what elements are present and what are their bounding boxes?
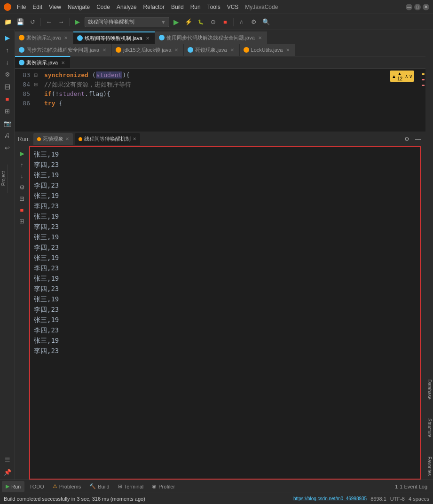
toolbar-debug-btn2[interactable]: 🐛	[196, 17, 206, 27]
right-label-database[interactable]: Database	[427, 379, 432, 400]
menu-edit[interactable]: Edit	[30, 3, 45, 11]
tab-close-anli-single[interactable]: ✕	[60, 59, 66, 66]
toolbar-coverage-btn[interactable]: ⊙	[208, 17, 218, 27]
run-tab-close-deadlock[interactable]: ✕	[65, 136, 69, 142]
menu-tools[interactable]: Tools	[205, 3, 223, 11]
tab-close-lockutils[interactable]: ✕	[284, 47, 291, 53]
sidebar-grid-icon[interactable]: ⊞	[2, 105, 13, 117]
line-num-84: 84	[15, 80, 30, 89]
bottom-tab-problems[interactable]: ⚠ Problems	[49, 481, 85, 492]
tab-tongbu[interactable]: 同步方法解决线程安全问题.java ✕	[15, 44, 112, 56]
run-up-btn[interactable]: ↑	[17, 159, 27, 170]
sidebar-collapse-icon[interactable]: ⊟	[2, 81, 13, 92]
toolbar-git-btn[interactable]: ⑃	[236, 17, 247, 27]
toolbar-step-btn[interactable]: ⚡	[183, 17, 194, 27]
menu-project[interactable]: MyJavaCode	[242, 3, 281, 11]
run-tab-deadlock[interactable]: 死锁现象 ✕	[33, 133, 73, 145]
sidebar-print-icon[interactable]: 🖨	[2, 130, 13, 141]
toolbar-run-arrow[interactable]: ▶	[72, 17, 83, 27]
bottom-tab-todo[interactable]: TODO	[25, 481, 48, 492]
bottom-tab-terminal[interactable]: ⊞ Terminal	[114, 481, 148, 492]
run-tab-play-icon: ▶	[6, 483, 9, 489]
menu-file[interactable]: File	[14, 3, 29, 11]
code-editor[interactable]: synchronized (student){ //如果没有资源，进如程序等待 …	[40, 69, 390, 132]
sidebar-back-icon[interactable]: ↩	[2, 142, 13, 153]
maximize-button[interactable]: □	[414, 4, 421, 10]
menu-build[interactable]: Build	[168, 3, 187, 11]
tab-label-jdk15: jdk15之后lock锁.java	[123, 47, 171, 54]
run-stop-btn[interactable]: ■	[17, 205, 27, 215]
status-encoding[interactable]: UTF-8	[390, 496, 405, 502]
tab-close-xiancheng[interactable]: ✕	[144, 35, 151, 41]
status-message: Build completed successfully in 3 sec, 3…	[4, 496, 291, 502]
bottom-tab-run[interactable]: ▶ Run	[2, 481, 24, 492]
run-tab-close-xiancheng[interactable]: ✕	[133, 136, 136, 142]
fold-85[interactable]: ⊟	[34, 80, 40, 89]
sidebar-stop-icon[interactable]: ■	[2, 93, 13, 104]
menu-analyze[interactable]: Analyze	[114, 3, 140, 11]
bottom-tab-build[interactable]: 🔨 Build	[86, 481, 113, 492]
menu-refactor[interactable]: Refactor	[141, 3, 167, 11]
menu-view[interactable]: View	[46, 3, 64, 11]
output-scrollbar[interactable]	[421, 146, 425, 480]
editor-right-scrollbar[interactable]	[418, 69, 425, 132]
tab-lockutils[interactable]: LockUtils.java ✕	[240, 44, 296, 56]
tab-close-anli2[interactable]: ✕	[63, 34, 69, 41]
menu-vcs[interactable]: VCS	[224, 3, 242, 11]
tab-label-deadlock: 死锁现象.java	[195, 47, 227, 54]
run-minimize-btn[interactable]: —	[413, 134, 423, 144]
tab-deadlock[interactable]: 死锁现象.java ✕	[184, 44, 239, 56]
sidebar-camera-icon[interactable]: 📷	[2, 118, 13, 129]
bottom-tab-profiler[interactable]: ◉ Profiler	[148, 481, 179, 492]
sidebar-settings-icon[interactable]: ⚙	[2, 69, 13, 80]
tab-jdk15[interactable]: jdk15之后lock锁.java ✕	[112, 44, 184, 56]
menu-navigate[interactable]: Navigate	[65, 3, 93, 11]
right-label-structure[interactable]: Structure	[427, 418, 432, 438]
project-panel-toggle[interactable]: Project	[0, 165, 8, 193]
output-line-18: 张三,19	[34, 335, 416, 346]
tab-xiancheng[interactable]: 线程间等待唤醒机制.java ✕	[73, 32, 155, 44]
sidebar-down-icon[interactable]: ↓	[2, 56, 13, 68]
sidebar-menu-icon[interactable]: ☰	[2, 454, 13, 465]
bottom-tab-eventlog[interactable]: 1 1 Event Log	[391, 481, 431, 492]
tab-shiyong[interactable]: 使用同步代码块解决线程安全问题.java ✕	[155, 32, 268, 44]
status-url[interactable]: https://blog.csdn.net/m0_46998935	[293, 496, 367, 501]
toolbar-search-btn[interactable]: 🔍	[261, 17, 271, 27]
tab-anli-single[interactable]: 案例演示.java ✕	[15, 56, 71, 68]
toolbar-settings-btn[interactable]: ⚙	[249, 17, 259, 27]
right-label-favorites[interactable]: Favorites	[427, 457, 432, 476]
toolbar-save-btn[interactable]: 💾	[15, 17, 25, 27]
toolbar-stop-btn[interactable]: ■	[220, 17, 230, 27]
minimize-button[interactable]: —	[406, 4, 412, 10]
warning-badge[interactable]: ▲ ▲ 12 ∧ ∨	[390, 71, 414, 82]
tab-close-tongbu[interactable]: ✕	[101, 47, 108, 53]
toolbar-forward-btn[interactable]: →	[56, 17, 66, 27]
tab-close-deadlock[interactable]: ✕	[229, 47, 236, 53]
fold-83[interactable]: ⊟	[34, 71, 40, 80]
tab-close-jdk15[interactable]: ✕	[173, 47, 180, 53]
close-button[interactable]: ✕	[423, 4, 429, 10]
run-settings-btn[interactable]: ⚙	[402, 134, 411, 144]
run-layout-btn[interactable]: ⊟	[17, 193, 27, 204]
run-grid-btn[interactable]: ⊞	[17, 216, 27, 226]
tab-icon-tongbu	[19, 47, 24, 53]
toolbar-run-btn[interactable]: ▶	[171, 17, 181, 27]
output-line-16: 张三,19	[34, 315, 416, 325]
tab-close-shiyong[interactable]: ✕	[257, 34, 263, 41]
run-tab-xiancheng[interactable]: 线程间等待唤醒机制 ✕	[75, 133, 140, 145]
run-config-selector[interactable]: 线程间等待唤醒机制 ▼	[85, 17, 169, 27]
bottom-tab-problems-label: Problems	[59, 484, 81, 489]
toolbar-open-btn[interactable]: 📁	[3, 17, 13, 27]
sidebar-run-icon[interactable]: ▶	[2, 32, 13, 43]
toolbar-refresh-btn[interactable]: ↺	[27, 17, 38, 27]
toolbar-back-btn[interactable]: ←	[44, 17, 54, 27]
menu-code[interactable]: Code	[94, 3, 113, 11]
run-down-btn[interactable]: ↓	[17, 171, 27, 181]
run-settings-tool-btn[interactable]: ⚙	[17, 182, 27, 192]
tab-anli2[interactable]: 案例演示2.java ✕	[15, 32, 73, 44]
run-play-btn[interactable]: ▶	[17, 148, 27, 158]
sidebar-up-icon[interactable]: ↑	[2, 44, 13, 55]
menu-run[interactable]: Run	[188, 3, 204, 11]
sidebar-pin-icon[interactable]: 📌	[2, 466, 13, 478]
status-spaces[interactable]: 4 spaces	[409, 496, 429, 502]
